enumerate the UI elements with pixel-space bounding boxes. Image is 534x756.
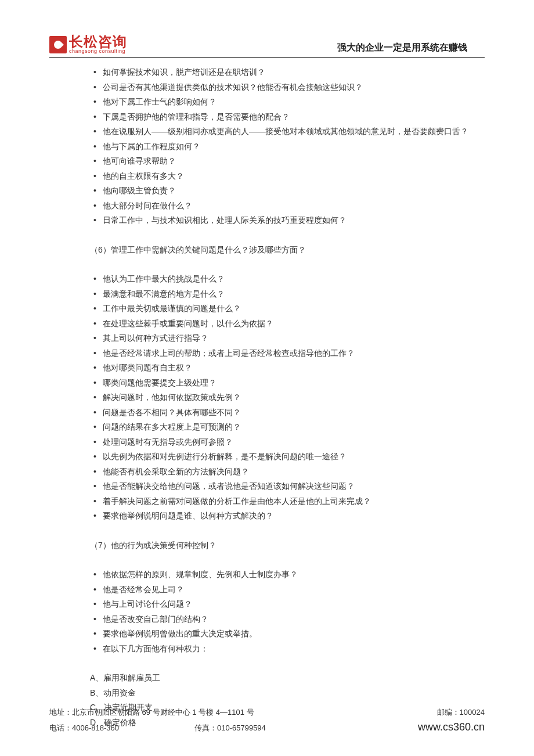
list-item: 日常工作中，与技术知识相比，处理人际关系的技巧重要程度如何？ <box>90 213 485 228</box>
footer-postcode: 邮编：100024 <box>437 707 485 719</box>
list-item: 下属是否拥护他的管理和指导，是否需要他的配合？ <box>90 110 485 124</box>
list-item: 他能否有机会采取全新的方法解决问题？ <box>90 465 485 479</box>
footer-address: 地址：北京市朝阳区朝阳路 69 号财经中心 1 号楼 4—1101 号 <box>49 707 254 719</box>
list-item: 他的自主权限有多大？ <box>90 169 485 183</box>
list-item: 他是否经常会见上司？ <box>90 582 485 597</box>
list-item: 他在说服别人——级别相同亦或更高的人——接受他对本领域或其他领域的意见时，是否要… <box>90 124 485 139</box>
header-slogan: 强大的企业一定是用系统在赚钱 <box>337 42 485 54</box>
list-item: 他向哪级主管负责？ <box>90 183 485 198</box>
list-item: 问题是否各不相同？具体有哪些不同？ <box>90 405 485 420</box>
logo: 长松咨询 changsong consulting <box>49 35 127 54</box>
page-header: 长松咨询 changsong consulting 强大的企业一定是用系统在赚钱 <box>49 35 485 58</box>
logo-text-en: changsong consulting <box>69 49 127 54</box>
list-item: 哪类问题他需要提交上级处理？ <box>90 376 485 390</box>
list-item: 他大部分时间在做什么？ <box>90 199 485 213</box>
list-item: 问题的结果在多大程度上是可预测的？ <box>90 420 485 434</box>
list-item: 解决问题时，他如何依据政策或先例？ <box>90 390 485 405</box>
list-item: 他是否改变自己部门的结构？ <box>90 612 485 627</box>
list-item: 他对哪类问题有自主权？ <box>90 361 485 375</box>
list-item: 他认为工作中最大的挑战是什么？ <box>90 272 485 286</box>
page-footer: 地址：北京市朝阳区朝阳路 69 号财经中心 1 号楼 4—1101 号 邮编：1… <box>49 707 485 736</box>
list-item: 他可向谁寻求帮助？ <box>90 154 485 168</box>
list-item: 他是否经常请求上司的帮助；或者上司是否经常检查或指导他的工作？ <box>90 346 485 361</box>
section-7-list: 他依据怎样的原则、规章制度、先例和人士制度办事？他是否经常会见上司？他与上司讨论… <box>90 567 485 656</box>
lettered-item: A、雇用和解雇员工 <box>90 671 485 685</box>
list-item: 他依据怎样的原则、规章制度、先例和人士制度办事？ <box>90 567 485 582</box>
list-item: 处理问题时有无指导或先例可参照？ <box>90 435 485 449</box>
list-item: 其上司以何种方式进行指导？ <box>90 331 485 345</box>
list-item: 以先例为依据和对先例进行分析解释，是不是解决问题的唯一途径？ <box>90 449 485 464</box>
list-item: 公司是否有其他渠道提供类似的技术知识？他能否有机会接触这些知识？ <box>90 80 485 95</box>
list-item: 如何掌握技术知识，脱产培训还是在职培训？ <box>90 65 485 80</box>
logo-text-cn: 长松咨询 <box>69 35 127 49</box>
list-item: 工作中最关切或最谨慎的问题是什么？ <box>90 301 485 316</box>
logo-icon <box>49 36 67 53</box>
list-item: 要求他举例说明曾做出的重大决定或举措。 <box>90 627 485 641</box>
list-item: 他对下属工作士气的影响如何？ <box>90 95 485 109</box>
list-item: 最满意和最不满意的地方是什么？ <box>90 287 485 301</box>
footer-phone: 电话：4006-818-360 <box>49 722 119 735</box>
footer-fax: 传真：010-65799594 <box>194 722 266 735</box>
section-7-heading: （7）他的行为或决策受何种控制？ <box>90 538 485 553</box>
lettered-item: B、动用资金 <box>90 686 485 700</box>
section-5-list: 如何掌握技术知识，脱产培训还是在职培训？公司是否有其他渠道提供类似的技术知识？他… <box>90 65 485 228</box>
list-item: 在处理这些棘手或重要问题时，以什么为依据？ <box>90 316 485 331</box>
section-6-heading: （6）管理工作中需解决的关键问题是什么？涉及哪些方面？ <box>90 243 485 257</box>
section-6-list: 他认为工作中最大的挑战是什么？最满意和最不满意的地方是什么？工作中最关切或最谨慎… <box>90 272 485 523</box>
document-body: 如何掌握技术知识，脱产培训还是在职培训？公司是否有其他渠道提供类似的技术知识？他… <box>49 65 485 729</box>
list-item: 他与上司讨论什么问题？ <box>90 597 485 611</box>
list-item: 他与下属的工作程度如何？ <box>90 139 485 154</box>
list-item: 要求他举例说明问题是谁、以何种方式解决的？ <box>90 509 485 523</box>
list-item: 他是否能解决交给他的问题，或者说他是否知道该如何解决这些问题？ <box>90 479 485 494</box>
list-item: 在以下几方面他有何种权力： <box>90 642 485 656</box>
list-item: 着手解决问题之前需对问题做的分析工作是由他本人还是他的上司来完成？ <box>90 494 485 509</box>
footer-website: www.cs360.cn <box>418 719 485 736</box>
